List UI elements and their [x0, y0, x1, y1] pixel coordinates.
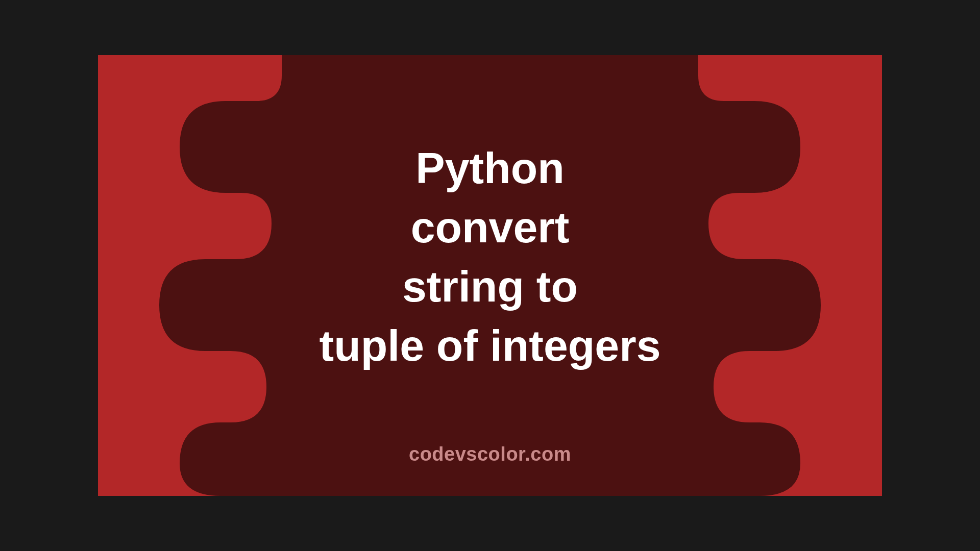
- watermark-text: codevscolor.com: [409, 443, 571, 465]
- banner-graphic: Python convert string to tuple of intege…: [98, 55, 882, 496]
- banner-title: Python convert string to tuple of intege…: [320, 138, 661, 375]
